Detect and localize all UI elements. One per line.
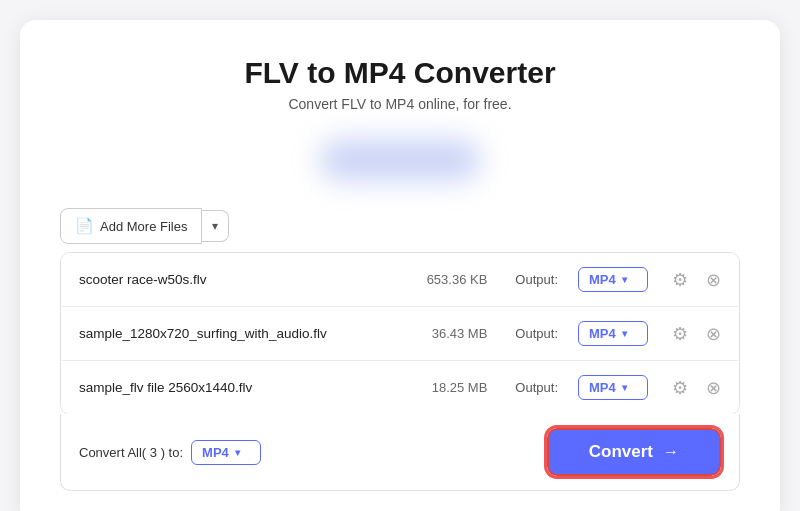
all-format-value: MP4 xyxy=(202,445,229,460)
output-label: Output: xyxy=(515,380,558,395)
format-value: MP4 xyxy=(589,326,616,341)
convert-all-section: Convert All( 3 ) to: MP4 ▾ xyxy=(79,440,261,465)
add-more-files-button[interactable]: 📄 Add More Files xyxy=(60,208,202,244)
bottom-bar: Convert All( 3 ) to: MP4 ▾ Convert → xyxy=(60,414,740,491)
arrow-right-icon: → xyxy=(663,443,679,461)
file-row: scooter race-w50s.flv 653.36 KB Output: … xyxy=(61,253,739,307)
chevron-down-icon: ▾ xyxy=(622,328,627,339)
gear-icon[interactable]: ⚙ xyxy=(672,269,688,291)
main-card: FLV to MP4 Converter Convert FLV to MP4 … xyxy=(20,20,780,511)
gear-icon[interactable]: ⚙ xyxy=(672,377,688,399)
page-title: FLV to MP4 Converter xyxy=(60,56,740,90)
close-icon[interactable]: ⊗ xyxy=(706,323,721,345)
format-select[interactable]: MP4 ▾ xyxy=(578,321,648,346)
convert-button-label: Convert xyxy=(589,442,653,462)
add-files-label: Add More Files xyxy=(100,219,187,234)
file-row: sample_1280x720_surfing_with_audio.flv 3… xyxy=(61,307,739,361)
chevron-down-icon: ▾ xyxy=(235,447,240,458)
file-list: scooter race-w50s.flv 653.36 KB Output: … xyxy=(60,252,740,415)
file-size: 653.36 KB xyxy=(407,272,487,287)
file-size: 18.25 MB xyxy=(407,380,487,395)
chevron-down-icon: ▾ xyxy=(622,274,627,285)
convert-all-label: Convert All( 3 ) to: xyxy=(79,445,183,460)
chevron-down-icon: ▾ xyxy=(622,382,627,393)
close-icon[interactable]: ⊗ xyxy=(706,377,721,399)
dropdown-arrow-icon: ▾ xyxy=(212,219,218,233)
close-icon[interactable]: ⊗ xyxy=(706,269,721,291)
file-name: scooter race-w50s.flv xyxy=(79,272,395,287)
format-value: MP4 xyxy=(589,272,616,287)
file-row: sample_flv file 2560x1440.flv 18.25 MB O… xyxy=(61,361,739,414)
file-name: sample_1280x720_surfing_with_audio.flv xyxy=(79,326,395,341)
convert-button[interactable]: Convert → xyxy=(547,428,721,476)
toolbar: 📄 Add More Files ▾ xyxy=(60,208,740,244)
header: FLV to MP4 Converter Convert FLV to MP4 … xyxy=(60,56,740,112)
format-select[interactable]: MP4 ▾ xyxy=(578,267,648,292)
format-select[interactable]: MP4 ▾ xyxy=(578,375,648,400)
output-label: Output: xyxy=(515,272,558,287)
gear-icon[interactable]: ⚙ xyxy=(672,323,688,345)
output-label: Output: xyxy=(515,326,558,341)
file-name: sample_flv file 2560x1440.flv xyxy=(79,380,395,395)
page-subtitle: Convert FLV to MP4 online, for free. xyxy=(60,96,740,112)
format-value: MP4 xyxy=(589,380,616,395)
blurred-decoration xyxy=(320,140,480,180)
add-file-icon: 📄 xyxy=(75,217,94,235)
file-size: 36.43 MB xyxy=(407,326,487,341)
all-format-select[interactable]: MP4 ▾ xyxy=(191,440,261,465)
add-files-dropdown-button[interactable]: ▾ xyxy=(202,210,229,242)
